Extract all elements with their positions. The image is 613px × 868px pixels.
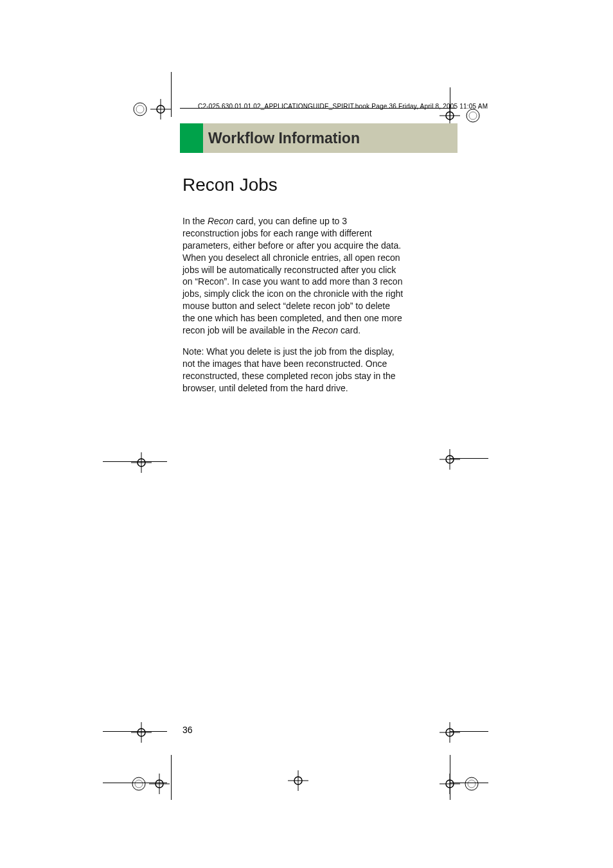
svg-point-26	[135, 780, 143, 788]
crop-rule	[103, 731, 167, 732]
body-text-italic: Recon	[208, 216, 233, 226]
chapter-header: Workflow Information	[180, 123, 458, 153]
crop-mark-icon	[103, 707, 154, 758]
body-text: In the Recon card, you can define up to …	[182, 215, 404, 403]
svg-point-33	[465, 777, 478, 790]
body-text-run: card, you can define up to 3 reconstruct…	[182, 216, 403, 335]
body-text-run: In the	[182, 216, 208, 226]
crop-mark-icon	[123, 77, 175, 128]
crop-mark-icon	[122, 758, 173, 810]
svg-point-0	[134, 103, 147, 116]
crop-rule	[450, 755, 450, 800]
crop-rule	[103, 461, 167, 462]
crop-rule	[103, 783, 167, 783]
chapter-title: Workflow Information	[203, 130, 360, 147]
page-path-label: C2-025.630.01.01.02_APPLICATIONGUIDE_SPI…	[198, 103, 488, 110]
crop-rule	[450, 458, 488, 459]
page-number: 36	[182, 725, 193, 735]
body-paragraph: In the Recon card, you can define up to …	[182, 215, 404, 337]
crop-mark-icon	[272, 755, 324, 806]
crop-rule	[450, 783, 488, 783]
chapter-accent	[180, 123, 203, 153]
section-heading: Recon Jobs	[182, 175, 278, 195]
crop-mark-icon	[437, 434, 488, 485]
body-text-run: card.	[338, 325, 360, 335]
svg-point-9	[469, 112, 477, 120]
svg-point-1	[136, 105, 144, 113]
svg-point-25	[132, 777, 145, 790]
body-text-italic: Recon	[312, 325, 338, 335]
svg-point-8	[466, 109, 479, 122]
crop-mark-icon	[103, 437, 154, 488]
crop-rule	[450, 731, 488, 732]
svg-point-34	[468, 780, 475, 788]
body-paragraph: Note: What you delete is just the job fr…	[182, 346, 404, 394]
crop-mark-icon	[437, 707, 488, 758]
crop-mark-icon	[437, 758, 488, 810]
crop-rule	[171, 755, 172, 800]
crop-rule	[171, 72, 172, 117]
